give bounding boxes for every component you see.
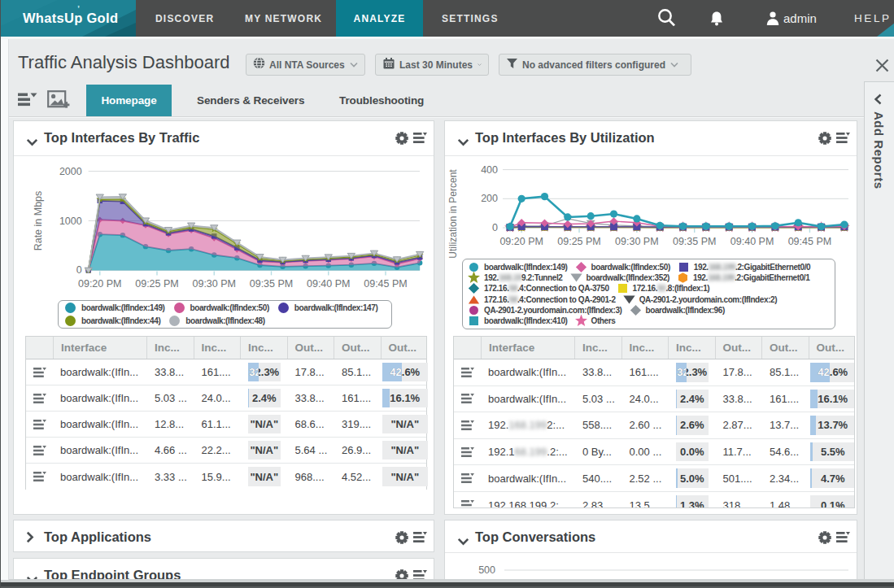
close-dashboard-icon[interactable]	[875, 59, 889, 76]
percent-value: 0.0%	[676, 442, 709, 462]
legend-row: boardwalk:(IfIndex:149)boardwalk:(IfInde…	[63, 302, 386, 315]
column-header[interactable]: Interface	[482, 337, 575, 359]
table-row[interactable]: boardwalk:(IfIn...33.8...161....32.3%32.…	[454, 359, 854, 386]
legend-item[interactable]: boardwalk:(IfIndex:410)	[468, 315, 568, 327]
panel-header: Top Applications	[14, 520, 434, 552]
tab-troubleshooting[interactable]: Troubleshooting	[339, 85, 424, 116]
nav-item-analyze[interactable]: ANALYZE	[336, 0, 423, 37]
row-menu-icon[interactable]	[454, 492, 482, 508]
table-row[interactable]: boardwalk:(IfIn...5.03 ...24.0...2.4%2.4…	[26, 385, 426, 412]
row-menu-icon[interactable]	[454, 412, 482, 438]
row-menu-icon[interactable]	[26, 385, 54, 411]
panel-menu-icon[interactable]	[836, 132, 850, 146]
value-cell: 33.8...	[575, 359, 622, 385]
conversations-chart: 500	[445, 553, 857, 579]
nav-item-discover[interactable]: DISCOVER	[155, 0, 214, 37]
table-row[interactable]: boardwalk:(IfIn...4.66 ...22.2..."N/A"5.…	[26, 438, 426, 464]
nav-item-my-network[interactable]: MY NETWORK	[245, 0, 322, 37]
column-header[interactable]: Inc...	[194, 337, 242, 359]
table-row[interactable]: boardwalk:(IfIn...540....2.52 ...5.0%5.0…	[454, 465, 854, 492]
table-row[interactable]: 192.168.199.2:2.83 13.51.3%1.3%3181.480.…	[454, 492, 854, 508]
column-header[interactable]: Inc...	[669, 337, 716, 359]
export-image-icon[interactable]	[47, 90, 70, 113]
column-header[interactable]: Inc...	[622, 337, 669, 359]
tab-senders-receivers[interactable]: Senders & Receivers	[197, 85, 304, 116]
row-menu-icon[interactable]	[454, 386, 482, 412]
whatsup-gold-logo[interactable]: WhatsUp Gold ’	[1, 0, 136, 37]
nav-item-settings[interactable]: SETTINGS	[442, 0, 499, 37]
gear-icon[interactable]	[818, 132, 831, 145]
legend-item[interactable]: boardwalk:(IfIndex:149)	[63, 301, 165, 315]
value-cell: 15.9...	[194, 464, 242, 490]
legend-label: QA-2901-2.yourdomain.com:(IfIndex:2)	[639, 295, 778, 304]
column-header[interactable]: Interface	[54, 337, 147, 359]
notifications-bell-icon[interactable]	[709, 0, 724, 37]
column-header[interactable]	[454, 337, 482, 359]
percent-cell: 4.7%4.7%	[809, 465, 856, 491]
row-menu-icon[interactable]	[26, 438, 54, 463]
tab-homepage[interactable]: Homepage	[86, 85, 172, 116]
collapse-chevron-icon[interactable]	[457, 534, 469, 549]
dashboard-menu-icon[interactable]	[18, 93, 39, 110]
collapse-chevron-icon[interactable]	[26, 135, 38, 150]
legend-item[interactable]: boardwalk:(IfIndex:48)	[168, 314, 264, 328]
gear-icon[interactable]	[395, 132, 408, 145]
legend-label: boardwalk:(IfIndex:352)	[587, 273, 670, 282]
panel-menu-icon[interactable]	[413, 531, 427, 546]
svg-text:09:20 PM: 09:20 PM	[78, 278, 122, 290]
interface-cell: boardwalk:(IfIn...	[482, 465, 575, 491]
value-cell: 161....	[622, 359, 669, 385]
table-row[interactable]: boardwalk:(IfIn...5.03 ...24.0...2.4%2.4…	[454, 386, 854, 413]
advanced-filters-dropdown[interactable]: No advanced filters configured	[499, 54, 691, 76]
value-cell: 2.60 ...	[622, 412, 669, 438]
legend-item[interactable]: boardwalk:(IfIndex:50)	[172, 301, 269, 315]
table-row[interactable]: boardwalk:(IfIn...33.8...161....32.3%32.…	[26, 359, 426, 385]
legend-item[interactable]: boardwalk:(IfIndex:147)	[277, 301, 378, 315]
column-header[interactable]: Inc...	[147, 337, 194, 359]
svg-text:09:30 PM: 09:30 PM	[615, 236, 659, 247]
legend-item[interactable]: boardwalk:(IfIndex:96)	[630, 304, 725, 316]
row-menu-icon[interactable]	[26, 359, 54, 385]
column-header[interactable]	[26, 337, 54, 359]
table-row[interactable]: 192.168.199.2:...0 By...0.00 ...0.0%0.0%…	[454, 439, 854, 466]
column-header[interactable]: Out...	[762, 337, 809, 359]
panel-menu-icon[interactable]	[836, 531, 850, 546]
column-header[interactable]: Inc...	[241, 337, 288, 359]
column-header[interactable]: Out...	[382, 337, 429, 359]
table-row[interactable]: 192.168.199 2:...558....2.60 ...2.6%2.6%…	[454, 412, 854, 439]
legend-label: Others	[591, 316, 616, 325]
column-header[interactable]: Out...	[716, 337, 763, 359]
column-header[interactable]: Out...	[809, 337, 856, 359]
row-menu-icon[interactable]	[26, 412, 54, 437]
column-header[interactable]: Out...	[288, 337, 335, 359]
legend-item[interactable]: Others	[575, 315, 616, 327]
row-menu-icon[interactable]	[26, 464, 54, 490]
percent-cell: 5.5%5.5%	[809, 439, 856, 465]
panel-top-conversations: Top Conversations 500	[444, 520, 857, 580]
value-cell: 17.8...	[716, 359, 763, 385]
globe-icon	[253, 57, 265, 72]
collapse-chevron-icon[interactable]	[457, 135, 469, 150]
search-icon[interactable]	[656, 0, 678, 37]
expand-chevron-icon[interactable]	[26, 531, 34, 547]
row-menu-icon[interactable]	[454, 439, 482, 465]
na-cell: "N/A"	[241, 464, 288, 490]
user-name[interactable]: admin	[783, 0, 817, 37]
gear-icon[interactable]	[818, 531, 831, 544]
column-header[interactable]: Out...	[334, 337, 382, 359]
percent-cell: 2.6%2.6%	[669, 412, 716, 438]
panel-menu-icon[interactable]	[413, 132, 427, 146]
table-row[interactable]: boardwalk:(IfIn...12.8...61.1..."N/A"68.…	[26, 412, 426, 438]
value-cell: 13.5	[622, 492, 669, 508]
column-header[interactable]: Inc...	[575, 337, 622, 359]
add-reports-panel[interactable]: Add Reports	[864, 81, 894, 580]
value-cell: 318	[716, 492, 763, 508]
row-menu-icon[interactable]	[454, 465, 482, 491]
row-menu-icon[interactable]	[454, 359, 482, 385]
nta-sources-dropdown[interactable]: All NTA Sources	[246, 54, 365, 76]
user-icon[interactable]	[765, 0, 781, 37]
legend-item[interactable]: boardwalk:(IfIndex:44)	[63, 314, 160, 328]
table-row[interactable]: boardwalk:(IfIn...3.33 ...15.9..."N/A"96…	[26, 464, 426, 490]
time-range-dropdown[interactable]: Last 30 Minutes	[375, 54, 489, 76]
gear-icon[interactable]	[395, 531, 408, 544]
